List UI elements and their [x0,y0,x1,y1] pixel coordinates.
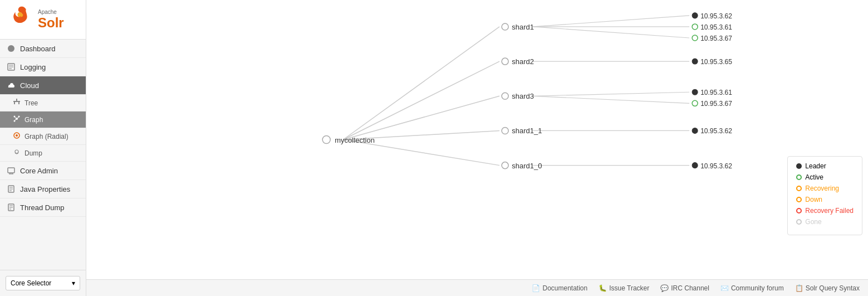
svg-point-64 [692,89,698,95]
svg-point-54 [502,162,508,169]
footer-community-forum[interactable]: ✉️ Community forum [720,284,784,292]
legend-item-active: Active [796,173,854,181]
footer-irc-channel[interactable]: 💬 IRC Channel [660,284,709,292]
dashboard-label: Dashboard [20,45,56,53]
apache-label: Apache [38,9,64,15]
svg-line-13 [15,117,16,118]
sidebar-item-thread-dump[interactable]: Thread Dump [0,198,86,217]
svg-point-68 [692,128,698,133]
tree-icon [13,99,20,107]
svg-line-32 [343,61,499,139]
graph-area: mycollection shard1 shard2 shard3 shard1… [86,0,868,279]
logging-icon [7,62,16,71]
irc-channel-label: IRC Channel [671,284,709,292]
sidebar-item-dump[interactable]: Dump [0,145,86,162]
svg-line-14 [18,117,18,118]
logo-text: Apache Solr [38,9,64,31]
recovering-dot [796,186,802,191]
core-selector-label: Core Selector [11,279,51,287]
sidebar-item-tree[interactable]: Tree [0,95,86,111]
solr-query-syntax-label: Solr Query Syntax [806,284,860,292]
legend-recovering-label: Recovering [805,185,839,192]
java-properties-label: Java Properties [20,185,70,193]
issue-tracker-label: Issue Tracker [609,284,649,292]
sidebar-item-core-admin[interactable]: Core Admin [0,162,86,180]
core-admin-icon [7,166,16,175]
dashboard-icon [7,44,16,53]
svg-text:10.95.3.62: 10.95.3.62 [700,12,732,20]
core-selector-area: Core Selector ▾ [0,270,86,296]
sidebar-item-dashboard[interactable]: Dashboard [0,40,86,58]
svg-rect-6 [13,101,20,102]
svg-point-50 [502,93,508,99]
gone-dot [796,219,802,225]
svg-text:shard1: shard1 [512,23,534,31]
tree-label: Tree [24,99,38,107]
dump-label: Dump [24,149,42,157]
sidebar: Apache Solr Dashboard Logging [0,0,86,296]
svg-point-62 [692,59,698,64]
thread-dump-label: Thread Dump [20,203,64,212]
svg-text:10.95.3.67: 10.95.3.67 [700,35,732,42]
svg-point-52 [502,127,508,134]
cloud-label: Cloud [20,81,39,90]
svg-point-9 [16,118,18,120]
svg-point-66 [692,100,698,106]
dump-icon [13,149,20,157]
svg-line-41 [533,96,689,103]
sidebar-item-logging[interactable]: Logging [0,58,86,76]
svg-text:10.95.3.62: 10.95.3.62 [700,162,732,170]
forum-icon: ✉️ [720,284,729,292]
sidebar-item-graph-radial[interactable]: Graph (Radial) [0,128,86,145]
svg-point-18 [15,150,18,153]
svg-text:10.95.3.61: 10.95.3.61 [700,23,732,31]
footer-solr-query-syntax[interactable]: 📋 Solr Query Syntax [795,284,860,292]
radial-icon [13,132,20,140]
graph-icon [13,115,20,124]
svg-line-15 [15,119,16,120]
sidebar-item-java-properties[interactable]: Java Properties [0,180,86,198]
down-dot [796,197,802,202]
svg-point-58 [692,24,698,30]
thread-dump-icon [7,203,16,212]
active-dot [796,174,802,180]
legend-item-recovering: Recovering [796,185,854,192]
legend-item-recovery-failed: Recovery Failed [796,207,854,215]
footer-documentation[interactable]: 📄 Documentation [532,284,587,292]
svg-point-17 [16,134,18,137]
svg-text:shard3: shard3 [512,92,534,100]
sidebar-item-graph[interactable]: Graph [0,111,86,128]
svg-text:10.95.3.61: 10.95.3.61 [700,89,732,96]
svg-point-48 [502,58,508,65]
svg-point-70 [692,163,698,168]
logging-label: Logging [20,63,46,71]
sidebar-item-cloud[interactable]: Cloud [0,76,86,95]
svg-text:shard1_1: shard1_1 [512,127,542,135]
svg-point-0 [8,45,14,52]
core-admin-label: Core Admin [20,167,58,175]
chevron-down-icon: ▾ [72,279,75,287]
svg-text:mycollection: mycollection [335,136,375,144]
doc-icon: 📄 [532,284,540,292]
core-selector[interactable]: Core Selector ▾ [6,276,80,290]
svg-rect-7 [14,102,15,104]
footer-issue-tracker[interactable]: 🐛 Issue Tracker [599,284,649,292]
svg-text:shard2: shard2 [512,57,534,66]
svg-line-33 [343,96,499,139]
svg-text:10.95.3.65: 10.95.3.65 [700,58,732,66]
svg-point-60 [692,35,698,41]
java-props-icon [7,185,16,193]
community-forum-label: Community forum [731,284,784,292]
svg-text:10.95.3.62: 10.95.3.62 [700,127,732,135]
nav-items: Dashboard Logging Cloud Tr [0,40,86,270]
main-content: mycollection shard1 shard2 shard3 shard1… [86,0,868,296]
recovery-failed-dot [796,208,802,213]
graph-visualization: mycollection shard1 shard2 shard3 shard1… [86,0,868,279]
solr-label: Solr [38,15,64,31]
solr-logo-icon [6,6,33,33]
svg-text:shard1_0: shard1_0 [512,162,542,170]
legend-down-label: Down [805,196,822,203]
svg-point-44 [322,135,330,143]
svg-rect-8 [18,102,19,104]
svg-point-46 [502,23,508,30]
